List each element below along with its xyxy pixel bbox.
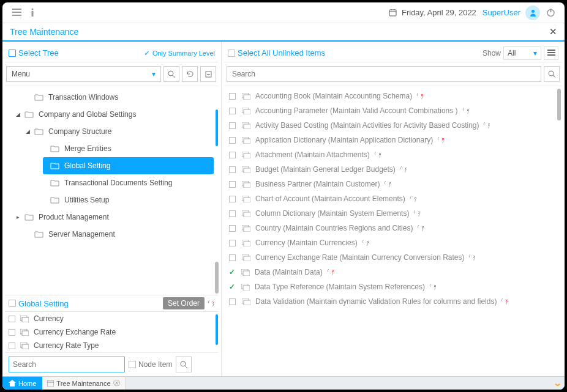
- tree-node[interactable]: Utilities Setup: [5, 191, 219, 209]
- detail-row[interactable]: Currency Exchange Rate: [5, 325, 219, 339]
- item-row[interactable]: Attachment (Maintain Attachments): [224, 147, 562, 162]
- svg-rect-18: [244, 109, 250, 114]
- refresh-icon[interactable]: [182, 66, 198, 82]
- search-icon[interactable]: [544, 66, 560, 82]
- item-row[interactable]: Data Validation (Maintain dynamic Valida…: [224, 294, 562, 309]
- item-row[interactable]: Budget (Maintain General Ledger Budgets): [224, 162, 562, 177]
- unlink-icon[interactable]: [483, 122, 490, 129]
- zoom-icon[interactable]: [163, 66, 179, 82]
- window-icon: [241, 269, 250, 276]
- row-checkbox[interactable]: [9, 342, 15, 349]
- row-checkbox[interactable]: [229, 166, 236, 173]
- tree-node[interactable]: Merge Entities: [5, 140, 219, 157]
- row-checkbox[interactable]: [229, 108, 236, 114]
- row-checkbox[interactable]: [229, 93, 236, 100]
- info-icon[interactable]: [24, 5, 40, 21]
- node-item-toggle[interactable]: Node Item: [129, 360, 172, 369]
- row-checkbox[interactable]: [229, 152, 236, 158]
- item-row[interactable]: Currency (Maintain Currencies): [224, 235, 562, 250]
- item-row[interactable]: Country (Maintain Countries Regions and …: [224, 221, 562, 235]
- unlink-icon[interactable]: [383, 180, 391, 188]
- only-summary-toggle[interactable]: Only Summary Level: [144, 49, 215, 57]
- row-checkbox[interactable]: [229, 225, 236, 232]
- scrollbar-thumb[interactable]: [215, 262, 219, 294]
- items-list[interactable]: Accounting Book (Maintain Accounting Sch…: [224, 86, 562, 376]
- item-row[interactable]: Chart of Account (Maintain Account Eleme…: [224, 191, 562, 206]
- tree-node[interactable]: Server Management: [5, 226, 219, 243]
- unlink-icon[interactable]: [429, 283, 437, 290]
- unlink-icon[interactable]: [413, 210, 421, 217]
- user-link[interactable]: SuperUser: [483, 8, 520, 17]
- unlink-icon[interactable]: [416, 92, 424, 100]
- item-row[interactable]: Currency Exchange Rate (Maintain Currenc…: [224, 250, 562, 265]
- unlink-icon[interactable]: [462, 107, 470, 114]
- unlink-icon[interactable]: [500, 298, 508, 305]
- tree-node[interactable]: Transaction Windows: [5, 89, 219, 106]
- avatar-icon[interactable]: [525, 6, 540, 20]
- select-tree-checkbox[interactable]: [9, 50, 16, 57]
- unlink-icon[interactable]: [374, 151, 381, 158]
- tab-bar: Home Tree Maintenance ⓧ ⌄: [2, 376, 565, 390]
- show-dropdown[interactable]: All▾: [503, 46, 541, 60]
- set-order-button[interactable]: Set Order: [163, 297, 205, 309]
- search-icon[interactable]: [176, 357, 192, 372]
- tree-node-active[interactable]: Global Setting: [43, 157, 214, 174]
- unlink-icon[interactable]: [468, 254, 476, 261]
- row-checkbox[interactable]: [229, 181, 236, 188]
- item-label: Currency Exchange Rate (Maintain Currenc…: [255, 253, 464, 262]
- row-checkbox[interactable]: [229, 298, 236, 305]
- caret-right-icon[interactable]: ▸: [15, 214, 21, 220]
- row-checkbox[interactable]: [9, 316, 15, 322]
- unlink-icon[interactable]: [361, 239, 369, 246]
- window-icon: [242, 196, 250, 202]
- select-all-checkbox[interactable]: [228, 50, 235, 57]
- item-row[interactable]: Activity Based Costing (Maintain Activit…: [224, 118, 562, 133]
- row-checkbox[interactable]: [229, 240, 236, 246]
- tree-node[interactable]: ◢ Company Structure: [5, 123, 219, 140]
- tree-node[interactable]: ◢ Company and Global Settings: [5, 106, 219, 123]
- expand-icon[interactable]: ⌄: [553, 379, 562, 388]
- row-checkbox[interactable]: [229, 137, 236, 144]
- tab-close-icon[interactable]: ⓧ: [113, 379, 120, 388]
- window-icon: [242, 254, 250, 261]
- detail-row[interactable]: Currency: [5, 312, 219, 325]
- close-icon[interactable]: ✕: [549, 26, 557, 37]
- caret-down-icon[interactable]: ◢: [15, 111, 21, 117]
- tree-node[interactable]: Transactional Documents Setting: [5, 174, 219, 191]
- caret-down-icon[interactable]: ◢: [24, 128, 31, 135]
- tab-home[interactable]: Home: [2, 377, 42, 390]
- list-view-icon[interactable]: [544, 46, 558, 60]
- tree-node[interactable]: ▸ Product Management: [5, 209, 219, 226]
- tab-tree-maintenance[interactable]: Tree Maintenance ⓧ: [42, 377, 125, 390]
- menu-icon[interactable]: [9, 5, 24, 21]
- tree-select-dropdown[interactable]: Menu ▾: [6, 66, 161, 82]
- unlink-icon[interactable]: [207, 300, 215, 307]
- detail-row[interactable]: Currency Rate Type: [5, 339, 219, 352]
- power-icon[interactable]: [543, 5, 558, 21]
- row-checkbox[interactable]: [9, 329, 15, 336]
- search-input[interactable]: [227, 66, 541, 82]
- item-row[interactable]: Accounting Book (Maintain Accounting Sch…: [224, 89, 562, 103]
- item-row[interactable]: ✓Data Type Reference (Maintain System Re…: [224, 279, 562, 294]
- unlink-icon[interactable]: [416, 224, 424, 232]
- item-row[interactable]: Application Dictionary (Maintain Applica…: [224, 133, 562, 147]
- item-row[interactable]: Column Dictionary (Maintain System Eleme…: [224, 206, 562, 221]
- row-checkbox[interactable]: [229, 122, 236, 129]
- item-row[interactable]: ✓Data (Maintain Data): [224, 265, 562, 279]
- item-row[interactable]: Business Partner (Maintain Customer): [224, 177, 562, 191]
- collapse-icon[interactable]: [200, 66, 216, 82]
- search-input[interactable]: [9, 357, 125, 372]
- row-checkbox[interactable]: [229, 210, 236, 217]
- unlink-icon[interactable]: [409, 195, 417, 202]
- scrollbar-thumb[interactable]: [557, 89, 561, 120]
- unlink-icon[interactable]: [437, 136, 445, 144]
- tree-view[interactable]: Transaction Windows ◢ Company and Global…: [5, 86, 219, 295]
- unlink-icon[interactable]: [399, 166, 407, 173]
- item-row[interactable]: Accounting Parameter (Maintain Valid Acc…: [224, 103, 562, 118]
- detail-checkbox[interactable]: [9, 300, 16, 307]
- unlink-icon[interactable]: [326, 268, 334, 276]
- svg-rect-16: [244, 95, 250, 100]
- select-tree-title: Select Tree: [18, 48, 59, 57]
- row-checkbox[interactable]: [229, 254, 236, 261]
- row-checkbox[interactable]: [229, 196, 236, 202]
